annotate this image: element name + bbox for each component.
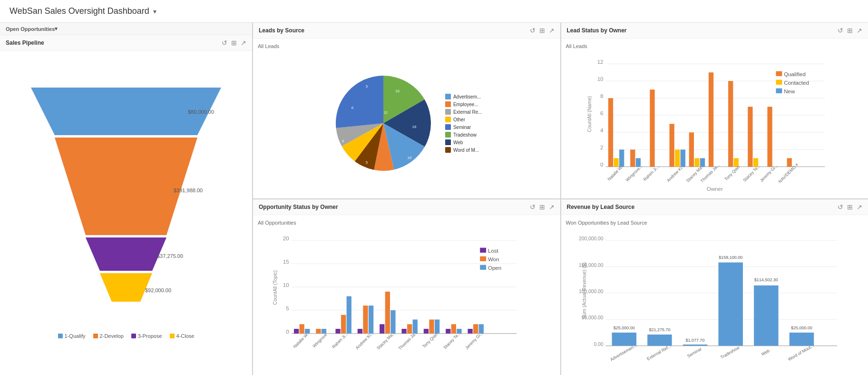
- revenue-panel-icons: ↺ ⊞ ↗: [838, 203, 862, 211]
- funnel-value-qualify: $80,000.00: [188, 109, 214, 115]
- rev-label-web: Web: [760, 348, 770, 357]
- bar-staceyte-lost[interactable]: [446, 329, 450, 334]
- bar-navdemo-qualified[interactable]: [787, 158, 791, 167]
- leads-grid-icon[interactable]: ⊞: [539, 27, 545, 34]
- bar-stacey-ma-contacted[interactable]: [694, 158, 699, 167]
- lead-status-expand-icon[interactable]: ↗: [857, 27, 862, 34]
- revenue-expand-icon[interactable]: ↗: [857, 203, 862, 211]
- bar-jeremy-won[interactable]: [473, 324, 478, 334]
- bar-stacey-ma-qualified[interactable]: [689, 132, 693, 167]
- opp-legend-lost-text: Lost: [488, 248, 499, 254]
- opp-status-svg: 20 15 10 5 0 CountAll (Topic): [258, 229, 556, 370]
- legend-develop: 2-Develop: [93, 333, 124, 339]
- funnel-value-develop: $391,988.00: [174, 188, 203, 193]
- bar-seminar[interactable]: [683, 345, 707, 346]
- bar-staceyma-won[interactable]: [385, 292, 390, 334]
- bar-andrew-lost[interactable]: [358, 329, 362, 334]
- opp-status-refresh-icon[interactable]: ↺: [530, 203, 536, 211]
- bar-jeremy-qualified[interactable]: [767, 107, 772, 167]
- bar-staceyma-lost[interactable]: [380, 324, 384, 334]
- legend-employee: Employee...: [445, 101, 482, 107]
- opp-status-title: Opportunity Status by Owner: [259, 204, 530, 210]
- leads-subtitle: All Leads: [258, 43, 556, 49]
- revenue-grid-icon[interactable]: ⊞: [847, 203, 853, 211]
- revenue-svg: 200,000.00 150,000.00 100,000.00 50,000.…: [566, 229, 864, 370]
- header-chevron-icon[interactable]: ▾: [153, 8, 156, 15]
- label-natalie: Natalie W.: [606, 165, 624, 182]
- open-opportunities-filter[interactable]: Open Opportunities ▾: [0, 23, 252, 35]
- leads-refresh-icon[interactable]: ↺: [530, 27, 536, 34]
- bar-natalie-contacted[interactable]: [614, 158, 618, 167]
- legend-web-color: [445, 139, 451, 145]
- bar-tony-qualified[interactable]: [728, 81, 733, 167]
- bar-thomas-qualified[interactable]: [708, 72, 713, 167]
- bar-thomas-won[interactable]: [407, 324, 412, 334]
- lead-status-svg: 12 10 8 6 4 2 0 CountAll (Name): [566, 53, 864, 194]
- bar-tradeshow[interactable]: [718, 262, 742, 345]
- y-label-4: 4: [600, 128, 604, 133]
- bar-jeremy-lost[interactable]: [468, 329, 472, 334]
- pie-legend: Advertisem... Employee... External Re...…: [445, 94, 482, 153]
- bar-rahim-open[interactable]: [347, 296, 351, 334]
- opp-label-natalie: Natalie W.: [293, 332, 310, 349]
- rev-y-axis-title: Sum (Actual Revenue) ($): [582, 262, 587, 319]
- legend-external: External Re...: [445, 109, 482, 115]
- bar-wingrove-qualified[interactable]: [630, 149, 635, 167]
- opp-y-axis-title: CountAll (Topic): [273, 270, 278, 305]
- legend-tradeshow-label: Tradeshow: [453, 132, 477, 138]
- funnel-segment-propose[interactable]: [86, 237, 166, 271]
- opp-label-wingrove: Wingrove: [312, 332, 328, 348]
- funnel-segment-close[interactable]: [100, 273, 152, 302]
- rev-label-tradeshow: Tradeshow: [720, 345, 741, 360]
- bar-natalie-won[interactable]: [300, 324, 304, 334]
- bar-andrew-qualified[interactable]: [669, 124, 674, 167]
- bar-thomas-lost[interactable]: [401, 329, 406, 334]
- bar-andrew-contacted[interactable]: [675, 149, 680, 167]
- bar-staceyma-open[interactable]: [390, 310, 395, 334]
- legend-close: 4-Close: [170, 333, 195, 339]
- bar-natalie-qualified[interactable]: [608, 98, 613, 167]
- bar-web[interactable]: [754, 286, 778, 346]
- legend-contacted-dot: [776, 80, 782, 85]
- pie-label-external: 3: [366, 84, 368, 89]
- rev-label-word-val: $25,000.00: [790, 326, 812, 330]
- bar-tony-open[interactable]: [435, 319, 439, 333]
- rev-y-200k: 200,000.00: [579, 236, 604, 241]
- opp-status-content: All Opportunities 20 15 10 5 0 CountAll …: [253, 215, 560, 375]
- opp-status-expand-icon[interactable]: ↗: [549, 203, 555, 211]
- bar-wingrove-won[interactable]: [316, 329, 321, 334]
- legend-propose: 3-Propose: [131, 333, 162, 339]
- bar-staceyte-won[interactable]: [451, 324, 456, 334]
- refresh-icon[interactable]: ↺: [222, 39, 227, 47]
- pie-slice-seminar[interactable]: [336, 76, 383, 128]
- expand-icon[interactable]: ↗: [241, 39, 246, 47]
- legend-propose-label: 3-Propose: [138, 333, 162, 339]
- funnel-segment-develop[interactable]: [55, 138, 197, 235]
- bar-rahim-qualified[interactable]: [650, 89, 654, 167]
- lead-status-grid-icon[interactable]: ⊞: [847, 27, 853, 34]
- legend-tradeshow-color: [445, 132, 451, 138]
- bar-stacey-te-qualified[interactable]: [748, 107, 752, 167]
- grid-icon[interactable]: ⊞: [231, 39, 237, 47]
- revenue-refresh-icon[interactable]: ↺: [838, 203, 843, 211]
- leads-expand-icon[interactable]: ↗: [549, 27, 555, 34]
- bar-tony-won[interactable]: [429, 319, 434, 333]
- bar-natalie-lost[interactable]: [294, 329, 299, 334]
- bar-andrew-won[interactable]: [363, 306, 368, 334]
- pie-label-tradeshow: 32: [396, 89, 400, 93]
- opp-y-20: 20: [283, 236, 289, 241]
- bar-tony-lost[interactable]: [424, 329, 429, 334]
- opp-status-grid-icon[interactable]: ⊞: [539, 203, 545, 211]
- lead-status-refresh-icon[interactable]: ↺: [838, 27, 843, 34]
- opp-y-0: 0: [286, 329, 289, 335]
- legend-web: Web: [445, 139, 482, 145]
- bar-rahim-won[interactable]: [341, 315, 346, 334]
- legend-develop-dot: [93, 334, 98, 338]
- sales-pipeline-header: Sales Pipeline ↺ ⊞ ↗: [0, 35, 252, 51]
- funnel-container: $80,000.00 $391,988.00 $37,275.00 $92,00…: [5, 56, 247, 370]
- opp-y-5: 5: [286, 306, 289, 311]
- rev-label-external-val: $21,275.70: [649, 327, 670, 332]
- leads-by-source-panel: Leads by Source ↺ ⊞ ↗ All Leads: [253, 23, 560, 198]
- bar-andrew-open[interactable]: [369, 306, 373, 334]
- bar-rahim-lost[interactable]: [335, 329, 340, 334]
